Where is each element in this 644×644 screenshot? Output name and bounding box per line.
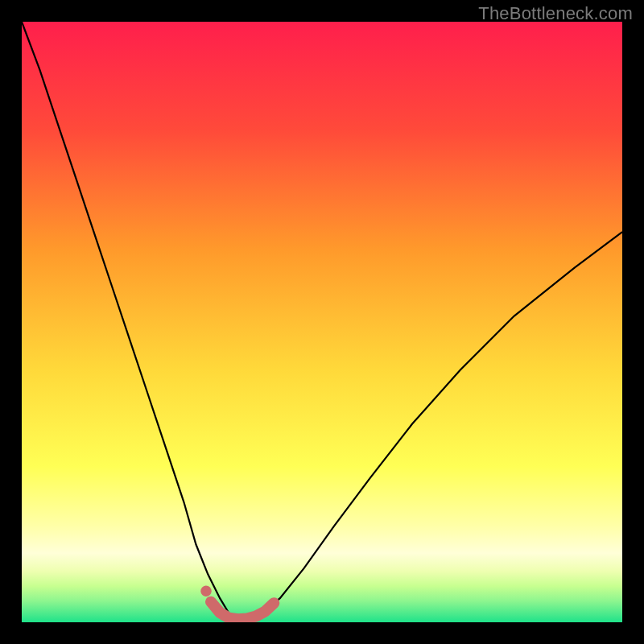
watermark-text: TheBottleneck.com: [478, 3, 633, 24]
gradient-background: [22, 22, 622, 622]
highlight-dot: [200, 585, 211, 596]
chart-frame: TheBottleneck.com: [0, 0, 644, 644]
bottleneck-chart: [22, 22, 622, 622]
